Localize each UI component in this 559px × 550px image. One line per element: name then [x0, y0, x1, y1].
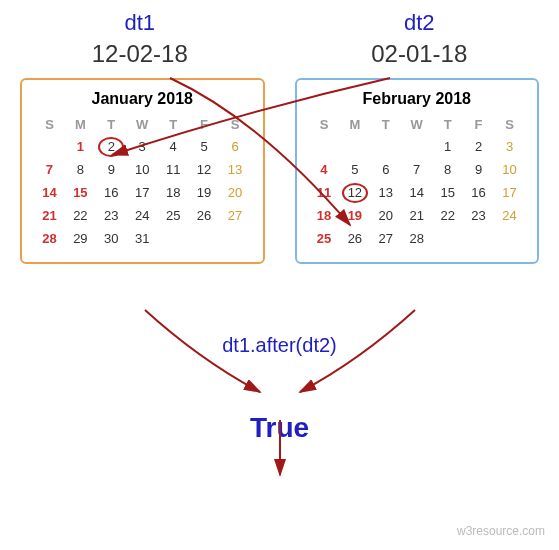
calendar-cell	[339, 135, 370, 158]
calendar-row: 123456	[34, 135, 251, 158]
calendar-cell: 14	[34, 181, 65, 204]
calendar-cell: 24	[127, 204, 158, 227]
dow-cell: S	[220, 114, 251, 135]
calendar-cell: 8	[432, 158, 463, 181]
calendar-cell: 10	[127, 158, 158, 181]
dow-cell: M	[339, 114, 370, 135]
dow-cell: T	[158, 114, 189, 135]
calendar-cell: 1	[65, 135, 96, 158]
cal-feb-table: SMTWTFS 12345678910111213141516171819202…	[309, 114, 526, 250]
dt2-name: dt2	[371, 10, 467, 36]
calendar-cell	[401, 135, 432, 158]
calendar-cell: 3	[127, 135, 158, 158]
dow-cell: S	[309, 114, 340, 135]
calendar-cell: 12	[189, 158, 220, 181]
calendar-cell: 23	[463, 204, 494, 227]
calendar-february: February 2018 SMTWTFS 123456789101112131…	[295, 78, 540, 264]
calendar-cell: 7	[401, 158, 432, 181]
calendar-cell: 25	[158, 204, 189, 227]
calendar-cell: 5	[339, 158, 370, 181]
calendar-row: 28293031	[34, 227, 251, 250]
calendar-cell: 20	[220, 181, 251, 204]
calendar-cell: 16	[96, 181, 127, 204]
dt1-group: dt1 12-02-18	[92, 10, 188, 68]
dow-cell: T	[432, 114, 463, 135]
calendar-cell: 17	[127, 181, 158, 204]
calendar-cell	[158, 227, 189, 250]
cal-jan-title: January 2018	[34, 90, 251, 108]
dow-cell: S	[34, 114, 65, 135]
calendar-january: January 2018 SMTWTFS 1234567891011121314…	[20, 78, 265, 264]
calendar-cell: 26	[339, 227, 370, 250]
calendar-cell: 15	[65, 181, 96, 204]
calendar-cell: 29	[65, 227, 96, 250]
calendar-cell: 30	[96, 227, 127, 250]
cal-feb-dow: SMTWTFS	[309, 114, 526, 135]
calendar-row: 123	[309, 135, 526, 158]
calendar-cell: 4	[158, 135, 189, 158]
top-labels: dt1 12-02-18 dt2 02-01-18	[0, 0, 559, 68]
calendar-cell: 18	[158, 181, 189, 204]
calendar-cell: 18	[309, 204, 340, 227]
calendar-cell	[463, 227, 494, 250]
calendar-cell: 16	[463, 181, 494, 204]
calendar-cell: 14	[401, 181, 432, 204]
calendar-row: 78910111213	[34, 158, 251, 181]
cal-jan-table: SMTWTFS 12345678910111213141516171819202…	[34, 114, 251, 250]
calendar-cell: 13	[220, 158, 251, 181]
calendar-cell	[494, 227, 525, 250]
calendar-cell: 13	[370, 181, 401, 204]
calendar-cell: 19	[339, 204, 370, 227]
calendar-cell	[432, 227, 463, 250]
calendar-cell: 1	[432, 135, 463, 158]
calendar-row: 25262728	[309, 227, 526, 250]
calendar-cell	[34, 135, 65, 158]
calendar-cell: 21	[34, 204, 65, 227]
dt1-value: 12-02-18	[92, 40, 188, 68]
dow-cell: F	[189, 114, 220, 135]
result-text: True	[0, 412, 559, 444]
expression-text: dt1.after(dt2)	[0, 334, 559, 357]
calendar-cell: 31	[127, 227, 158, 250]
calendar-row: 11121314151617	[309, 181, 526, 204]
calendar-cell: 7	[34, 158, 65, 181]
calendar-cell: 17	[494, 181, 525, 204]
calendar-cell: 2	[96, 135, 127, 158]
calendar-cell: 22	[432, 204, 463, 227]
calendar-cell: 11	[158, 158, 189, 181]
calendar-cell	[220, 227, 251, 250]
calendar-row: 45678910	[309, 158, 526, 181]
calendar-cell: 2	[463, 135, 494, 158]
calendar-cell: 28	[34, 227, 65, 250]
calendar-cell: 15	[432, 181, 463, 204]
calendar-cell: 19	[189, 181, 220, 204]
calendar-cell: 6	[220, 135, 251, 158]
calendar-cell: 25	[309, 227, 340, 250]
calendar-cell: 28	[401, 227, 432, 250]
calendar-cell: 26	[189, 204, 220, 227]
calendar-cell: 5	[189, 135, 220, 158]
dow-cell: T	[96, 114, 127, 135]
dt1-name: dt1	[92, 10, 188, 36]
dt2-value: 02-01-18	[371, 40, 467, 68]
calendar-cell	[309, 135, 340, 158]
cal-feb-title: February 2018	[309, 90, 526, 108]
calendar-cell: 27	[370, 227, 401, 250]
calendar-cell: 9	[463, 158, 494, 181]
calendar-cell: 10	[494, 158, 525, 181]
dow-cell: W	[401, 114, 432, 135]
calendar-cell: 6	[370, 158, 401, 181]
dow-cell: M	[65, 114, 96, 135]
dow-cell: F	[463, 114, 494, 135]
calendar-cell: 3	[494, 135, 525, 158]
calendar-cell: 9	[96, 158, 127, 181]
calendar-cell: 27	[220, 204, 251, 227]
cal-jan-dow: SMTWTFS	[34, 114, 251, 135]
dow-cell: S	[494, 114, 525, 135]
calendar-cell: 20	[370, 204, 401, 227]
calendar-cell: 24	[494, 204, 525, 227]
calendar-cell: 21	[401, 204, 432, 227]
calendar-cell: 8	[65, 158, 96, 181]
calendar-cell	[370, 135, 401, 158]
calendar-cell: 12	[339, 181, 370, 204]
